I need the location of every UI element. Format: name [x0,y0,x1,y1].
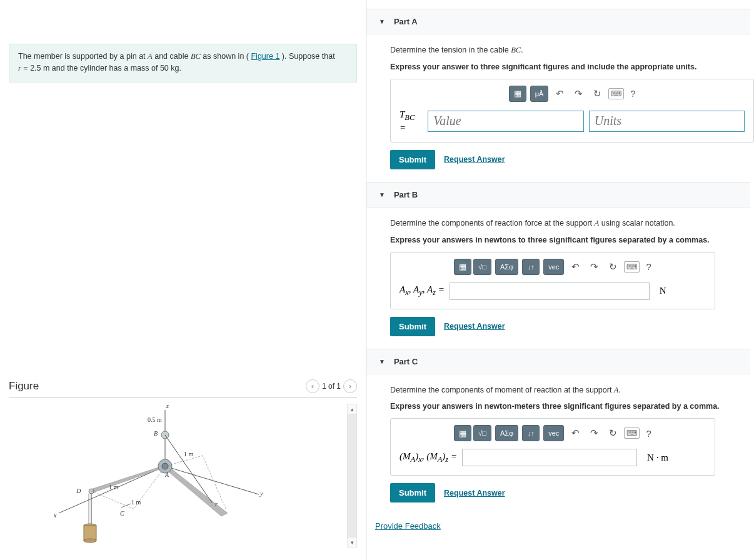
undo-icon[interactable]: ↶ [568,259,583,274]
point-a: A [165,471,169,478]
part-a-var-label: TBC = [400,109,423,133]
part-c-answerbox: √□ ΑΣφ ↓↑ vec ↶ ↷ ↻ ⌨ ? (MA)x, (MA)z = [390,418,715,476]
part-c-instructions: Express your answers in newton-meters th… [390,402,733,411]
caret-down-icon: ▼ [379,191,385,198]
problem-text-segment: The member is supported by a pin at [18,52,148,61]
axis-label-x: x [54,512,56,519]
keyboard-icon[interactable]: ⌨ [624,261,640,272]
keyboard-icon[interactable]: ⌨ [608,88,624,99]
part-c-title: Part C [394,357,418,366]
svg-marker-3 [162,466,228,516]
svg-rect-13 [84,526,96,541]
redo-icon[interactable]: ↷ [571,86,586,101]
part-c-request-answer-link[interactable]: Request Answer [444,489,505,498]
reset-icon[interactable]: ↻ [605,259,620,274]
svg-marker-4 [89,466,168,492]
svg-point-14 [84,539,96,542]
part-b-title: Part B [394,190,418,199]
part-a-title: Part A [394,17,418,26]
part-c-var-label: (MA)x, (MA)z = [400,451,457,464]
part-b-request-answer-link[interactable]: Request Answer [444,322,505,331]
undo-icon[interactable]: ↶ [568,426,583,441]
figure-diagram: z 0.5 m B 1 m D 1 m A 1 m y x C r [40,404,290,548]
svg-line-8 [165,435,212,502]
reset-icon[interactable]: ↻ [605,426,620,441]
sqrt-icon[interactable]: √□ [473,425,491,441]
problem-text-segment: as shown in ( [203,52,249,61]
problem-text-segment: = 2.5 m and the cylinder has a mass of 5… [23,64,181,72]
part-c-unit: N · m [647,452,668,463]
figure-nav-text: 1 of 1 [322,382,341,391]
caret-down-icon: ▼ [379,358,385,365]
scroll-down-icon[interactable]: ▾ [348,537,356,547]
part-b: ▼ Part B Determine the components of rea… [366,182,750,340]
var-a: A [148,52,153,61]
help-icon[interactable]: ? [630,88,635,99]
part-a-units-input[interactable] [589,111,745,132]
keyboard-icon[interactable]: ⌨ [624,428,640,439]
caret-down-icon: ▼ [379,18,385,25]
part-c-submit-button[interactable]: Submit [390,483,435,502]
part-b-instructions: Express your answers in newtons to three… [390,236,733,244]
templates-icon[interactable] [509,86,526,102]
var-r: r [18,64,21,72]
point-c: C [120,510,124,517]
part-b-header[interactable]: ▼ Part B [366,182,750,208]
undo-icon[interactable]: ↶ [552,86,567,101]
sub-sup-button[interactable]: ↓↑ [522,259,540,275]
figure-prev-button[interactable]: ‹ [306,379,319,393]
point-b: B [154,430,158,437]
problem-text-segment: ). Suppose that [282,52,335,61]
reset-icon[interactable]: ↻ [590,86,605,101]
vec-button[interactable]: vec [543,425,564,441]
sub-sup-button[interactable]: ↓↑ [522,425,540,441]
problem-text-segment: and cable [154,52,191,61]
dim-1m-b: 1 m [109,484,118,491]
greek-menu-button[interactable]: ΑΣφ [495,425,518,441]
figure-nav: ‹ 1 of 1 › [306,379,357,393]
part-b-answerbox: √□ ΑΣφ ↓↑ vec ↶ ↷ ↻ ⌨ ? Ax, Ay, Az = [390,252,715,309]
dim-1m-c: 1 m [131,499,141,506]
sqrt-icon[interactable]: √□ [473,259,491,275]
part-a-instructions: Express your answer to three significant… [390,62,733,71]
redo-icon[interactable]: ↷ [586,259,601,274]
part-c-value-input[interactable] [462,449,637,466]
part-a-answerbox: μÅ ↶ ↷ ↻ ⌨ ? TBC = [390,79,754,142]
figure-scrollbar[interactable]: ▴ ▾ [347,404,357,548]
part-b-submit-button[interactable]: Submit [390,317,435,336]
part-b-unit: N [660,286,666,296]
figure-link[interactable]: Figure 1 [251,52,279,61]
figure-heading: Figure [9,380,39,392]
templates-icon[interactable] [454,425,471,441]
redo-icon[interactable]: ↷ [586,426,601,441]
part-a-request-answer-link[interactable]: Request Answer [444,155,505,164]
scroll-up-icon[interactable]: ▴ [348,404,356,414]
units-menu-button[interactable]: μÅ [530,86,549,102]
part-b-var-label: Ax, Ay, Az = [400,284,445,298]
var-bc: BC [191,52,201,61]
point-d: D [76,488,81,494]
greek-menu-button[interactable]: ΑΣφ [495,259,518,275]
part-c-prompt: Determine the components of moment of re… [390,384,733,396]
help-icon[interactable]: ? [646,428,651,439]
vec-button[interactable]: vec [543,259,564,275]
dim-r: r [215,501,218,508]
axis-label-z: z [166,402,169,409]
part-a-header[interactable]: ▼ Part A [366,9,750,34]
part-b-prompt: Determine the components of reaction for… [390,218,733,229]
part-a-prompt: Determine the tension in the cable BC. [390,44,733,56]
dim-1m-a: 1 m [184,451,193,458]
templates-icon[interactable] [454,259,471,275]
axis-label-y: y [260,490,263,497]
svg-line-17 [91,491,134,509]
part-a: ▼ Part A Determine the tension in the ca… [366,9,750,173]
part-c-header[interactable]: ▼ Part C [366,349,750,374]
part-a-value-input[interactable] [428,111,584,132]
help-icon[interactable]: ? [646,261,651,272]
scroll-thumb[interactable] [348,414,356,537]
part-b-value-input[interactable] [450,282,650,300]
figure-next-button[interactable]: › [343,379,357,393]
part-a-submit-button[interactable]: Submit [390,150,435,169]
provide-feedback-link[interactable]: Provide Feedback [375,521,441,531]
dim-half-m: 0.5 m [148,416,162,423]
